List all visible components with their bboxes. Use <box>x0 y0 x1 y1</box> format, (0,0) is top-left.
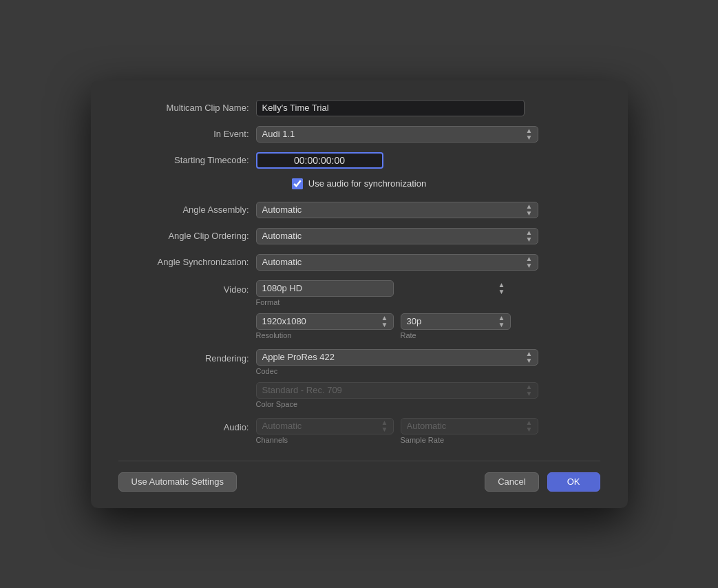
angle-synchronization-row: Angle Synchronization: Automatic ▲▼ <box>118 254 600 271</box>
angle-clip-ordering-select[interactable]: Automatic <box>256 228 538 244</box>
audio-channels-rate-pair: Automatic ▲▼ Channels Automatic <box>256 418 538 444</box>
multicam-clip-name-row: Multicam Clip Name: <box>118 100 600 116</box>
rendering-row: Rendering: Apple ProRes 422 Apple ProRes… <box>118 349 600 408</box>
in-event-row: In Event: Audi 1.1 ▲▼ <box>118 126 600 143</box>
color-space-sublabel: Color Space <box>256 400 538 408</box>
starting-timecode-label: Starting Timecode: <box>118 153 256 168</box>
video-rate-sublabel: Rate <box>401 331 511 339</box>
video-format-sublabel: Format <box>256 298 511 306</box>
video-resolution-rate-pair: 1920x1080 1280x720 ▲▼ Resolution 30p 24p <box>256 313 511 339</box>
multicam-clip-name-input[interactable] <box>256 100 525 116</box>
video-resolution-select[interactable]: 1920x1080 1280x720 <box>256 313 394 330</box>
angle-clip-ordering-select-wrapper: Automatic ▲▼ <box>256 228 538 244</box>
audio-fields-col: Automatic ▲▼ Channels Automatic <box>256 418 538 444</box>
rendering-codec-sublabel: Codec <box>256 367 538 375</box>
angle-sync-select-wrapper: Automatic ▲▼ <box>256 254 538 271</box>
rendering-label: Rendering: <box>118 349 256 366</box>
starting-timecode-row: Starting Timecode: <box>118 152 600 169</box>
audio-sync-label[interactable]: Use audio for synchronization <box>308 178 426 189</box>
audio-channels-select-wrapper: Automatic ▲▼ <box>256 418 394 434</box>
video-rate-select[interactable]: 30p 24p 60p <box>401 313 511 330</box>
video-format-chevron-icon: ▲▼ <box>498 282 505 295</box>
video-format-group: 1080p HD 720p HD 4K UHD ▲▼ Format <box>256 280 511 306</box>
angle-assembly-row: Angle Assembly: Automatic ▲▼ <box>118 202 600 218</box>
video-fields-col: 1080p HD 720p HD 4K UHD ▲▼ Format 1920x1… <box>256 280 511 339</box>
dialog-footer: Use Automatic Settings Cancel OK <box>118 461 600 492</box>
color-space-group: Standard - Rec. 709 ▲▼ Color Space <box>256 382 538 408</box>
use-automatic-settings-button[interactable]: Use Automatic Settings <box>118 472 237 492</box>
in-event-label: In Event: <box>118 127 256 142</box>
rendering-codec-select[interactable]: Apple ProRes 422 Apple ProRes 4444 <box>256 349 538 366</box>
dialog: Multicam Clip Name: In Event: Audi 1.1 ▲… <box>91 81 628 508</box>
angle-synchronization-label: Angle Synchronization: <box>118 255 256 270</box>
color-space-select-wrapper: Standard - Rec. 709 ▲▼ <box>256 382 538 399</box>
audio-sync-checkbox[interactable] <box>292 178 303 189</box>
in-event-select-wrapper: Audi 1.1 ▲▼ <box>256 126 538 143</box>
angle-assembly-select-wrapper: Automatic ▲▼ <box>256 202 538 218</box>
video-resolution-select-wrapper: 1920x1080 1280x720 ▲▼ <box>256 313 394 330</box>
multicam-clip-name-label: Multicam Clip Name: <box>118 101 256 116</box>
angle-sync-select[interactable]: Automatic <box>256 254 538 271</box>
in-event-select[interactable]: Audi 1.1 <box>256 126 538 143</box>
audio-channels-select[interactable]: Automatic <box>256 418 394 434</box>
cancel-button[interactable]: Cancel <box>485 472 538 492</box>
video-format-select[interactable]: 1080p HD 720p HD 4K UHD <box>256 280 394 297</box>
angle-clip-ordering-label: Angle Clip Ordering: <box>118 229 256 244</box>
audio-sync-row: Use audio for synchronization <box>118 178 600 189</box>
rendering-codec-select-wrapper: Apple ProRes 422 Apple ProRes 4444 ▲▼ <box>256 349 538 366</box>
angle-assembly-label: Angle Assembly: <box>118 202 256 218</box>
audio-channels-group: Automatic ▲▼ Channels <box>256 418 394 444</box>
starting-timecode-input[interactable] <box>256 152 383 169</box>
angle-clip-ordering-row: Angle Clip Ordering: Automatic ▲▼ <box>118 228 600 244</box>
audio-sample-rate-group: Automatic ▲▼ Sample Rate <box>401 418 538 444</box>
audio-row: Audio: Automatic ▲▼ Channels <box>118 418 600 444</box>
rendering-codec-group: Apple ProRes 422 Apple ProRes 4444 ▲▼ Co… <box>256 349 538 375</box>
video-resolution-group: 1920x1080 1280x720 ▲▼ Resolution <box>256 313 394 339</box>
video-row: Video: 1080p HD 720p HD 4K UHD ▲▼ Format <box>118 280 600 339</box>
video-label: Video: <box>118 280 256 297</box>
ok-button[interactable]: OK <box>547 472 600 492</box>
audio-label: Audio: <box>118 418 256 435</box>
audio-sample-rate-sublabel: Sample Rate <box>401 436 538 444</box>
angle-assembly-select[interactable]: Automatic <box>256 202 538 218</box>
audio-sample-rate-select[interactable]: Automatic <box>401 418 538 434</box>
footer-right-buttons: Cancel OK <box>485 472 600 492</box>
audio-channels-sublabel: Channels <box>256 436 394 444</box>
rendering-fields-col: Apple ProRes 422 Apple ProRes 4444 ▲▼ Co… <box>256 349 538 408</box>
video-rate-select-wrapper: 30p 24p 60p ▲▼ <box>401 313 511 330</box>
color-space-select[interactable]: Standard - Rec. 709 <box>256 382 538 399</box>
audio-sample-rate-select-wrapper: Automatic ▲▼ <box>401 418 538 434</box>
video-rate-group: 30p 24p 60p ▲▼ Rate <box>401 313 511 339</box>
video-format-select-wrapper: 1080p HD 720p HD 4K UHD ▲▼ <box>256 280 511 297</box>
video-resolution-sublabel: Resolution <box>256 331 394 339</box>
